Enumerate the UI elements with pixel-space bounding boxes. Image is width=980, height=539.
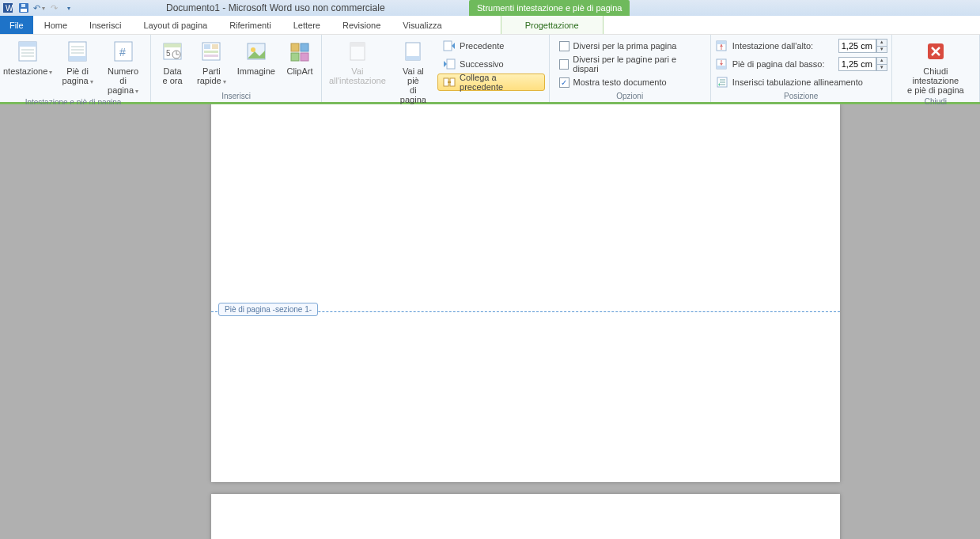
collega-precedente-button[interactable]: Collega a precedente (437, 74, 545, 91)
header-top-spinner[interactable]: ▲▼ (838, 39, 887, 53)
checkbox-icon (559, 59, 569, 70)
tab-revisione[interactable]: Revisione (331, 16, 392, 34)
undo-icon[interactable]: ↶ (32, 2, 46, 15)
link-previous-icon (443, 76, 456, 89)
opt-mostra-testo[interactable]: ✓ Mostra testo documento (554, 74, 706, 91)
pos-tab-label: Inserisci tabulazione allineamento (732, 77, 863, 87)
checkbox-checked-icon: ✓ (559, 77, 569, 88)
footer-button[interactable]: Piè di pagina (59, 37, 96, 88)
svg-rect-11 (69, 56, 86, 61)
title-bar: W ↶ ↷ ▾ Documento1 - Microsoft Word uso … (0, 0, 980, 16)
opt-prima-pagina[interactable]: Diversi per la prima pagina (554, 37, 706, 55)
tab-progettazione[interactable]: Progettazione (501, 16, 604, 34)
tab-inserisci[interactable]: Inserisci (78, 16, 132, 34)
successivo-label: Successivo (460, 59, 504, 69)
group-opzioni-label: Opzioni (554, 91, 706, 102)
svg-rect-37 (406, 56, 420, 60)
contextual-tab-title: Strumenti intestazione e piè di pagina (469, 0, 630, 16)
document-workspace[interactable]: Piè di pagina -sezione 1- Intestazione -… (0, 104, 980, 539)
spin-down-icon[interactable]: ▼ (876, 64, 887, 71)
svg-rect-6 (19, 42, 36, 47)
svg-text:#: # (119, 46, 126, 58)
goto-header-icon (345, 39, 370, 64)
footer-icon (65, 39, 90, 64)
svg-rect-32 (291, 53, 299, 61)
header-top-icon (715, 40, 728, 52)
tab-riferimenti[interactable]: Riferimenti (218, 16, 282, 34)
word-icon[interactable]: W (2, 2, 16, 15)
tab-visualizza[interactable]: Visualizza (392, 16, 452, 34)
successivo-button[interactable]: Successivo (437, 55, 545, 73)
quickparts-label: Parti rapide (197, 66, 226, 86)
opt-pari-dispari[interactable]: Diversi per le pagine pari e dispari (554, 55, 706, 73)
ribbon-tabs: File Home Inserisci Layout di pagina Rif… (0, 16, 980, 35)
goto-footer-button[interactable]: Vai al piè di pagina (392, 37, 434, 106)
qat-customize-icon[interactable]: ▾ (62, 2, 76, 15)
svg-rect-3 (21, 9, 27, 12)
datetime-icon: 5 (160, 39, 185, 64)
svg-rect-24 (204, 44, 210, 49)
group-posizione-label: Posizione (715, 91, 887, 102)
tab-file[interactable]: File (0, 16, 33, 34)
spin-up-icon[interactable]: ▲ (876, 57, 887, 64)
checkbox-icon (559, 41, 569, 51)
clipart-icon (287, 39, 312, 64)
header-button[interactable]: ntestazione (0, 37, 55, 78)
group-inserisci: 5 Data e ora Parti rapide Immagine ClipA… (151, 35, 322, 102)
clipart-button[interactable]: ClipArt (282, 37, 317, 77)
datetime-button[interactable]: 5 Data e ora (155, 37, 190, 87)
opt-prima-label: Diversi per la prima pagina (573, 41, 677, 51)
datetime-label: Data e ora (163, 66, 183, 85)
header-label: ntestazione (3, 66, 52, 77)
svg-rect-18 (164, 43, 181, 47)
group-posizione: Intestazione dall'alto: ▲▼ Piè di pagina… (711, 35, 892, 102)
svg-rect-30 (291, 43, 299, 51)
pos-basso-label: Piè di pagina dal basso: (732, 59, 834, 69)
svg-rect-46 (717, 41, 726, 44)
precedente-label: Precedente (460, 41, 504, 51)
quickparts-icon (199, 39, 224, 64)
svg-point-29 (251, 47, 255, 52)
svg-text:5: 5 (166, 49, 171, 58)
goto-footer-label: Vai al piè di pagina (396, 66, 430, 104)
group-spostamento: Vai all'intestazione Vai al piè di pagin… (322, 35, 550, 102)
svg-rect-31 (301, 43, 308, 51)
save-icon[interactable] (17, 2, 31, 15)
redo-icon[interactable]: ↷ (47, 2, 61, 15)
group-header-footer: ntestazione Piè di pagina # Numero di pa… (0, 35, 151, 102)
spin-down-icon[interactable]: ▼ (876, 46, 887, 53)
tab-layout[interactable]: Layout di pagina (132, 16, 218, 34)
page-2[interactable]: Intestazione -sezione 2- Come sezione pr… (211, 494, 840, 539)
opt-mostra-label: Mostra testo documento (573, 77, 667, 87)
footer-label: Piè di pagina (62, 66, 93, 86)
close-header-footer-button[interactable]: Chiudi intestazione e piè di pagina (896, 37, 975, 96)
close-label: Chiudi intestazione e piè di pagina (900, 66, 971, 95)
svg-rect-35 (350, 43, 365, 47)
quickparts-button[interactable]: Parti rapide (193, 37, 230, 88)
footer-bottom-spinner[interactable]: ▲▼ (838, 57, 887, 71)
svg-rect-25 (212, 44, 218, 49)
goto-header-label: Vai all'intestazione (329, 66, 386, 85)
tab-home[interactable]: Home (33, 16, 78, 34)
spin-up-icon[interactable]: ▲ (876, 39, 887, 46)
svg-rect-26 (204, 51, 218, 53)
opt-pari-label: Diversi per le pagine pari e dispari (573, 55, 700, 74)
footer-bottom-input[interactable] (838, 57, 876, 71)
footer-bottom-icon (715, 58, 728, 70)
tab-align-icon (716, 76, 728, 89)
immagine-button[interactable]: Immagine (233, 37, 279, 77)
collega-label: Collega a precedente (460, 73, 539, 92)
page-number-button[interactable]: # Numero di pagina (100, 37, 146, 97)
header-top-input[interactable] (838, 39, 876, 53)
precedente-button[interactable]: Precedente (437, 37, 545, 55)
svg-marker-39 (452, 43, 455, 49)
svg-rect-40 (447, 59, 455, 69)
svg-marker-41 (444, 61, 447, 67)
tab-lettere[interactable]: Lettere (282, 16, 331, 34)
goto-header-button: Vai all'intestazione (326, 37, 389, 87)
group-inserisci-label: Inserisci (155, 91, 317, 102)
insert-align-tab-button[interactable]: Inserisci tabulazione allineamento (715, 74, 887, 91)
svg-rect-4 (21, 4, 25, 7)
pos-alto-label: Intestazione dall'alto: (732, 41, 834, 51)
page-1[interactable]: Piè di pagina -sezione 1- (211, 104, 840, 482)
